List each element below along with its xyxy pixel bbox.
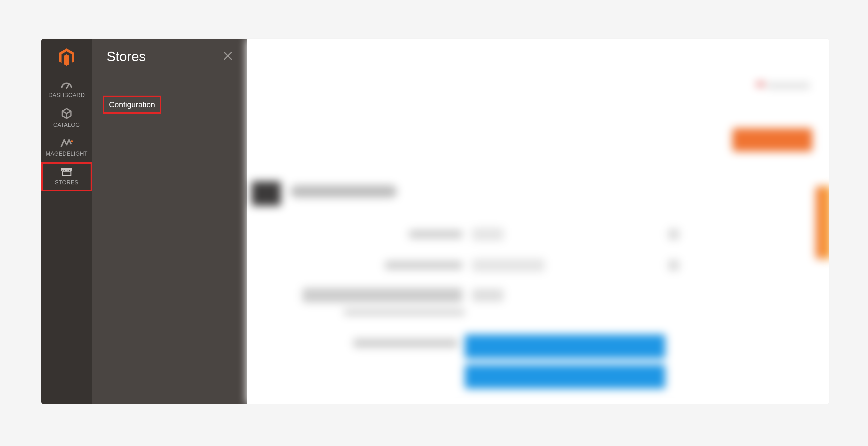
stores-icon (61, 167, 72, 177)
form-label (385, 261, 462, 269)
svg-rect-2 (62, 171, 71, 175)
form-value (472, 289, 503, 302)
stores-flyout-panel: Stores Configuration (92, 39, 247, 404)
svg-point-1 (71, 140, 73, 142)
sidebar-item-label: DASHBOARD (49, 92, 85, 99)
sidebar-item-dashboard[interactable]: DASHBOARD (41, 75, 92, 104)
form-label (303, 288, 462, 303)
blue-block (465, 335, 665, 358)
blue-block (465, 365, 665, 389)
magento-logo[interactable] (59, 48, 74, 67)
form-row (293, 259, 679, 272)
form-row (293, 288, 679, 303)
sidebar-item-label: STORES (55, 179, 78, 186)
magedelight-icon (60, 138, 73, 148)
form-checkbox (669, 260, 679, 271)
form-row (293, 228, 679, 241)
flyout-content: Configuration (92, 67, 247, 114)
dashboard-icon (61, 79, 72, 90)
configuration-link[interactable]: Configuration (103, 96, 161, 114)
flyout-title: Stores (106, 48, 146, 64)
sidebar-item-stores[interactable]: STORES (41, 162, 92, 191)
page-container: DASHBOARD CATALOG MAGEDELIGHT (0, 0, 868, 404)
sidebar-item-magedelight[interactable]: MAGEDELIGHT (41, 134, 92, 162)
top-right-text (767, 83, 810, 89)
flyout-header: Stores (92, 39, 247, 67)
top-right-widget (756, 80, 810, 92)
form-hint (344, 310, 465, 315)
form-checkbox (669, 229, 679, 240)
main-content-blurred (247, 39, 829, 404)
svg-line-0 (67, 84, 69, 88)
form-value (472, 259, 545, 272)
form-label (409, 230, 462, 238)
form-row (293, 310, 679, 315)
scope-selector (252, 181, 281, 206)
form-value (472, 228, 503, 241)
sidebar-item-catalog[interactable]: CATALOG (41, 104, 92, 134)
close-icon[interactable] (221, 49, 235, 64)
blue-section-label (353, 339, 458, 347)
flag-icon (756, 83, 764, 89)
sidebar-item-label: CATALOG (53, 122, 80, 128)
side-accent-tab (816, 186, 829, 259)
sidebar-item-label: MAGEDELIGHT (46, 150, 88, 157)
primary-action-button (733, 128, 812, 151)
admin-sidebar: DASHBOARD CATALOG MAGEDELIGHT (41, 39, 92, 404)
section-heading (290, 185, 397, 198)
app-window: DASHBOARD CATALOG MAGEDELIGHT (41, 39, 829, 404)
catalog-icon (61, 108, 72, 120)
